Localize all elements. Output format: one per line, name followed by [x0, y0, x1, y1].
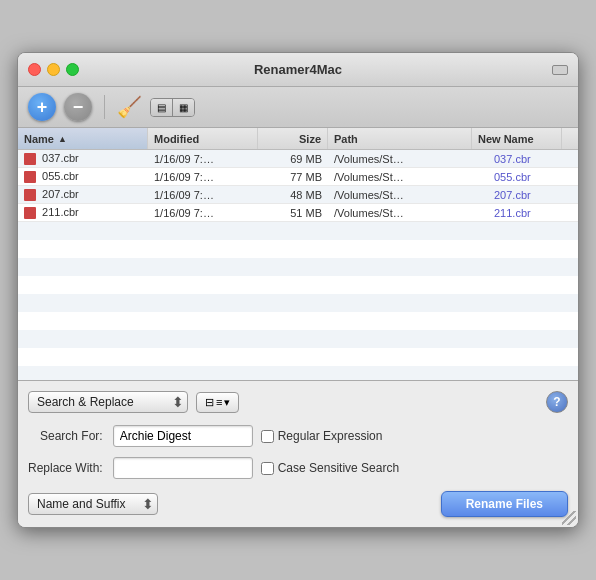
case-label: Case Sensitive Search: [278, 461, 399, 475]
cell-modified: 1/16/09 7:…: [148, 207, 258, 219]
cell-size: 69 MB: [258, 153, 328, 165]
window-title: Renamer4Mac: [254, 62, 342, 77]
file-icon: [24, 189, 36, 201]
window-collapse-button[interactable]: [552, 65, 568, 75]
cell-size: 51 MB: [258, 207, 328, 219]
sort-arrow: ▲: [58, 134, 67, 144]
regex-checkbox[interactable]: [261, 430, 274, 443]
help-button[interactable]: ?: [546, 391, 568, 413]
clear-icon[interactable]: 🧹: [117, 95, 142, 119]
table-row[interactable]: 207.cbr 1/16/09 7:… 48 MB /Volumes/St… 2…: [18, 186, 578, 204]
cell-new-name: 037.cbr: [488, 153, 578, 165]
search-input[interactable]: [113, 425, 253, 447]
cell-new-name: 207.cbr: [488, 189, 578, 201]
segment-left[interactable]: ▤: [151, 99, 173, 116]
search-label: Search For:: [28, 429, 103, 443]
col-size[interactable]: Size: [258, 128, 328, 149]
file-icon: [24, 153, 36, 165]
add-button[interactable]: +: [28, 93, 56, 121]
bottom-panel: Search & Replace Name and Suffix Replace…: [18, 381, 578, 527]
name-suffix-select[interactable]: Name and Suffix Name Only Suffix Only: [28, 493, 158, 515]
col-name[interactable]: Name ▲: [18, 128, 148, 149]
file-list: 037.cbr 1/16/09 7:… 69 MB /Volumes/St… 0…: [18, 150, 578, 380]
cell-modified: 1/16/09 7:…: [148, 189, 258, 201]
name-suffix-select-wrapper: Name and Suffix Name Only Suffix Only ⬍: [28, 493, 158, 515]
file-list-header: Name ▲ Modified Size Path New Name: [18, 128, 578, 150]
search-row: Regular Expression: [113, 425, 568, 447]
regex-label: Regular Expression: [278, 429, 383, 443]
empty-rows: [18, 222, 578, 380]
replace-row: Case Sensitive Search: [113, 457, 568, 479]
cell-new-name: 211.cbr: [488, 207, 578, 219]
mode-select[interactable]: Search & Replace Name and Suffix Replace…: [28, 391, 188, 413]
view-toggle[interactable]: ▤ ▦: [150, 98, 195, 117]
mode-row: Search & Replace Name and Suffix Replace…: [28, 391, 568, 413]
maximize-button[interactable]: [66, 63, 79, 76]
replace-label: Replace With:: [28, 461, 103, 475]
titlebar: Renamer4Mac: [18, 53, 578, 87]
table-row[interactable]: 037.cbr 1/16/09 7:… 69 MB /Volumes/St… 0…: [18, 150, 578, 168]
cell-path: /Volumes/St…: [328, 153, 488, 165]
bottom-bar: Name and Suffix Name Only Suffix Only ⬍ …: [28, 491, 568, 517]
cell-name: 211.cbr: [18, 206, 148, 219]
remove-button[interactable]: −: [64, 93, 92, 121]
close-button[interactable]: [28, 63, 41, 76]
col-new-name[interactable]: New Name: [472, 128, 562, 149]
segment-right[interactable]: ▦: [173, 99, 194, 116]
col-path[interactable]: Path: [328, 128, 472, 149]
filter-icon2: ≡: [216, 396, 222, 408]
cell-size: 48 MB: [258, 189, 328, 201]
table-row[interactable]: 211.cbr 1/16/09 7:… 51 MB /Volumes/St… 2…: [18, 204, 578, 222]
cell-modified: 1/16/09 7:…: [148, 171, 258, 183]
minimize-button[interactable]: [47, 63, 60, 76]
cell-modified: 1/16/09 7:…: [148, 153, 258, 165]
cell-path: /Volumes/St…: [328, 189, 488, 201]
resize-handle[interactable]: [562, 511, 576, 525]
cell-name: 055.cbr: [18, 170, 148, 183]
toolbar: + − 🧹 ▤ ▦: [18, 87, 578, 128]
case-checkbox-label[interactable]: Case Sensitive Search: [261, 461, 399, 475]
mode-select-wrapper: Search & Replace Name and Suffix Replace…: [28, 391, 188, 413]
replace-input[interactable]: [113, 457, 253, 479]
filter-button[interactable]: ⊟ ≡ ▾: [196, 392, 239, 413]
filter-icon: ⊟: [205, 396, 214, 409]
search-replace-form: Search For: Regular Expression Replace W…: [28, 425, 568, 479]
cell-name: 207.cbr: [18, 188, 148, 201]
file-list-container: Name ▲ Modified Size Path New Name 0: [18, 128, 578, 381]
file-icon: [24, 207, 36, 219]
cell-size: 77 MB: [258, 171, 328, 183]
main-window: Renamer4Mac + − 🧹 ▤ ▦ Name ▲ Modified Si…: [17, 52, 579, 528]
rename-button[interactable]: Rename Files: [441, 491, 568, 517]
traffic-lights: [28, 63, 79, 76]
cell-path: /Volumes/St…: [328, 171, 488, 183]
chevron-down-icon: ▾: [224, 396, 230, 409]
cell-name: 037.cbr: [18, 152, 148, 165]
cell-new-name: 055.cbr: [488, 171, 578, 183]
cell-path: /Volumes/St…: [328, 207, 488, 219]
toolbar-separator: [104, 95, 105, 119]
col-modified[interactable]: Modified: [148, 128, 258, 149]
col-resize: [562, 128, 578, 149]
regex-checkbox-label[interactable]: Regular Expression: [261, 429, 383, 443]
table-row[interactable]: 055.cbr 1/16/09 7:… 77 MB /Volumes/St… 0…: [18, 168, 578, 186]
file-icon: [24, 171, 36, 183]
case-checkbox[interactable]: [261, 462, 274, 475]
